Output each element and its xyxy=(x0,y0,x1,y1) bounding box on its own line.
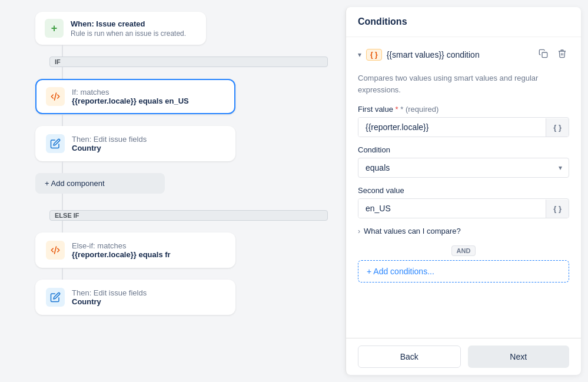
panel-footer: Back Next xyxy=(346,338,581,375)
connector-line xyxy=(62,221,63,232)
second-value-brace-button[interactable]: { } xyxy=(546,200,569,218)
condition-card-title: If: matches xyxy=(72,88,189,97)
and-badge: AND xyxy=(358,245,569,255)
connector-line xyxy=(62,268,63,280)
back-button[interactable]: Back xyxy=(358,346,461,368)
else-condition-title: Else-if: matches xyxy=(72,241,171,250)
condition-select[interactable]: equals not equals contains starts with e… xyxy=(358,158,569,178)
else-if-label: ELSE IF xyxy=(49,210,328,221)
smart-values-badge: { } xyxy=(366,49,382,61)
condition-card-subtitle: {{reporter.locale}} equals en_US xyxy=(72,97,189,105)
else-action-subtitle: Country xyxy=(72,297,147,306)
trigger-title: When: Issue created xyxy=(71,19,186,28)
conditions-panel: Conditions ▾ { } {{smart values}} condit… xyxy=(346,7,581,375)
second-value-input-wrapper: { } xyxy=(358,198,569,218)
connector-line xyxy=(62,161,63,173)
chevron-right-icon: › xyxy=(358,227,360,235)
action-icon xyxy=(46,134,65,153)
condition-row: ▾ { } {{smart values}} condition xyxy=(358,46,569,63)
condition-name-label: {{smart values}} condition xyxy=(387,50,531,59)
connector-line xyxy=(62,45,63,57)
second-value-input[interactable] xyxy=(358,199,546,218)
condition-card[interactable]: If: matches {{reporter.locale}} equals e… xyxy=(35,79,235,114)
trigger-subtitle: Rule is run when an issue is created. xyxy=(71,29,186,38)
first-value-label: First value * * (required) xyxy=(358,105,569,114)
panel-header: Conditions xyxy=(346,7,581,37)
connector-line xyxy=(62,114,63,126)
description-text: Compares two values using smart values a… xyxy=(358,72,569,95)
else-condition-text: Else-if: matches {{reporter.locale}} equ… xyxy=(72,241,171,259)
connector-line xyxy=(62,194,63,210)
flow-canvas: + When: Issue created Rule is run when a… xyxy=(0,0,346,382)
compare-link-text: What values can I compare? xyxy=(364,227,461,235)
else-condition-subtitle: {{reporter.locale}} equals fr xyxy=(72,250,171,259)
else-action-text: Then: Edit issue fields Country xyxy=(72,288,147,306)
second-value-label: Second value xyxy=(358,186,569,195)
condition-icon xyxy=(46,87,65,106)
if-label: IF xyxy=(49,57,328,67)
trigger-icon: + xyxy=(45,19,64,38)
else-action-icon xyxy=(46,288,65,307)
action-card-subtitle: Country xyxy=(72,144,147,152)
copy-button[interactable] xyxy=(536,46,550,63)
svg-rect-0 xyxy=(542,52,547,58)
next-button[interactable]: Next xyxy=(468,346,570,368)
panel-title: Conditions xyxy=(358,16,569,27)
first-value-input-wrapper: { } xyxy=(358,117,569,137)
trigger-text: When: Issue created Rule is run when an … xyxy=(71,19,186,38)
action-card[interactable]: Then: Edit issue fields Country xyxy=(35,126,235,161)
else-condition-card[interactable]: Else-if: matches {{reporter.locale}} equ… xyxy=(35,232,235,268)
else-condition-icon xyxy=(46,241,65,260)
else-action-card[interactable]: Then: Edit issue fields Country xyxy=(35,280,235,315)
compare-link[interactable]: › What values can I compare? xyxy=(358,227,569,235)
delete-button[interactable] xyxy=(555,46,569,63)
add-conditions-button[interactable]: + Add conditions... xyxy=(358,260,569,283)
trigger-card[interactable]: + When: Issue created Rule is run when a… xyxy=(35,12,206,45)
condition-card-text: If: matches {{reporter.locale}} equals e… xyxy=(72,88,189,105)
add-component-button[interactable]: + Add component xyxy=(35,173,165,194)
panel-body: ▾ { } {{smart values}} condition Compare… xyxy=(346,37,581,338)
action-card-title: Then: Edit issue fields xyxy=(72,135,147,144)
condition-select-wrapper: equals not equals contains starts with e… xyxy=(358,158,569,178)
connector-line xyxy=(62,67,63,79)
first-value-brace-button[interactable]: { } xyxy=(546,118,569,137)
condition-label: Condition xyxy=(358,145,569,154)
else-action-title: Then: Edit issue fields xyxy=(72,288,147,297)
first-value-input[interactable] xyxy=(358,118,546,137)
chevron-down-icon[interactable]: ▾ xyxy=(358,51,361,59)
action-card-text: Then: Edit issue fields Country xyxy=(72,135,147,152)
